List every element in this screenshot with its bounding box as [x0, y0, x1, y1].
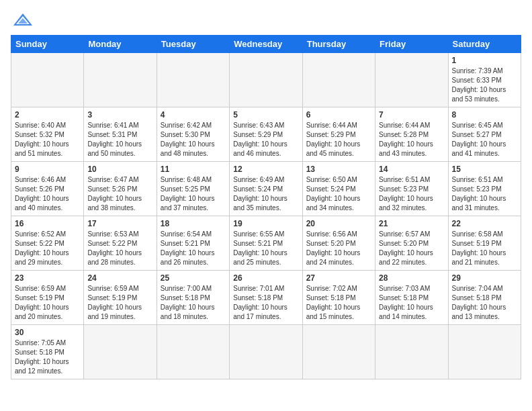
- calendar-cell: 10Sunrise: 6:47 AM Sunset: 5:26 PM Dayli…: [84, 162, 157, 216]
- weekday-header-monday: Monday: [84, 36, 157, 53]
- weekday-header-saturday: Saturday: [448, 36, 521, 53]
- calendar-cell: 20Sunrise: 6:56 AM Sunset: 5:20 PM Dayli…: [302, 216, 375, 271]
- weekday-header-tuesday: Tuesday: [157, 36, 229, 53]
- calendar-cell: 14Sunrise: 6:51 AM Sunset: 5:23 PM Dayli…: [375, 162, 448, 216]
- calendar-cell: 16Sunrise: 6:52 AM Sunset: 5:22 PM Dayli…: [11, 216, 84, 271]
- calendar-cell: 26Sunrise: 7:01 AM Sunset: 5:18 PM Dayli…: [230, 271, 302, 325]
- calendar-cell: [157, 325, 229, 379]
- weekday-header-sunday: Sunday: [11, 36, 84, 53]
- calendar-cell: 17Sunrise: 6:53 AM Sunset: 5:22 PM Dayli…: [84, 216, 157, 271]
- calendar-cell: 21Sunrise: 6:57 AM Sunset: 5:20 PM Dayli…: [375, 216, 448, 271]
- day-number: 12: [233, 165, 298, 174]
- calendar-cell: 5Sunrise: 6:43 AM Sunset: 5:29 PM Daylig…: [230, 107, 302, 162]
- day-number: 28: [379, 273, 444, 283]
- day-info: Sunrise: 6:43 AM Sunset: 5:29 PM Dayligh…: [233, 121, 298, 158]
- weekday-header-wednesday: Wednesday: [230, 36, 302, 53]
- calendar-cell: 29Sunrise: 7:04 AM Sunset: 5:18 PM Dayli…: [448, 271, 521, 325]
- day-number: 27: [306, 273, 371, 283]
- calendar-cell: 6Sunrise: 6:44 AM Sunset: 5:29 PM Daylig…: [302, 107, 375, 162]
- calendar-cell: 28Sunrise: 7:03 AM Sunset: 5:18 PM Dayli…: [375, 271, 448, 325]
- day-info: Sunrise: 6:54 AM Sunset: 5:21 PM Dayligh…: [161, 230, 226, 267]
- day-number: 1: [452, 56, 517, 65]
- day-number: 4: [161, 110, 226, 120]
- logo-icon: [11, 11, 35, 30]
- day-number: 8: [452, 110, 517, 120]
- weekday-header-thursday: Thursday: [302, 36, 375, 53]
- day-info: Sunrise: 6:50 AM Sunset: 5:24 PM Dayligh…: [306, 175, 371, 213]
- day-number: 17: [87, 219, 152, 228]
- day-info: Sunrise: 6:41 AM Sunset: 5:31 PM Dayligh…: [87, 121, 152, 158]
- calendar-cell: 18Sunrise: 6:54 AM Sunset: 5:21 PM Dayli…: [157, 216, 229, 271]
- day-number: 21: [379, 219, 444, 228]
- calendar-cell: 15Sunrise: 6:51 AM Sunset: 5:23 PM Dayli…: [448, 162, 521, 216]
- calendar-cell: 23Sunrise: 6:59 AM Sunset: 5:19 PM Dayli…: [11, 271, 84, 325]
- calendar-cell: [302, 325, 375, 379]
- calendar-cell: 1Sunrise: 7:39 AM Sunset: 6:33 PM Daylig…: [448, 53, 521, 107]
- day-number: 23: [15, 273, 80, 283]
- day-info: Sunrise: 6:42 AM Sunset: 5:30 PM Dayligh…: [161, 121, 226, 158]
- calendar-cell: 24Sunrise: 6:59 AM Sunset: 5:19 PM Dayli…: [84, 271, 157, 325]
- day-number: 19: [233, 219, 298, 228]
- calendar-cell: 25Sunrise: 7:00 AM Sunset: 5:18 PM Dayli…: [157, 271, 229, 325]
- calendar-cell: [448, 325, 521, 379]
- day-number: 9: [15, 165, 80, 174]
- calendar-cell: 4Sunrise: 6:42 AM Sunset: 5:30 PM Daylig…: [157, 107, 229, 162]
- calendar-cell: 3Sunrise: 6:41 AM Sunset: 5:31 PM Daylig…: [84, 107, 157, 162]
- calendar-cell: [84, 325, 157, 379]
- weekday-header-friday: Friday: [375, 36, 448, 53]
- week-row-1: 1Sunrise: 7:39 AM Sunset: 6:33 PM Daylig…: [11, 53, 521, 107]
- day-number: 24: [87, 273, 152, 283]
- calendar-cell: 30Sunrise: 7:05 AM Sunset: 5:18 PM Dayli…: [11, 325, 84, 379]
- calendar-cell: [375, 325, 448, 379]
- day-info: Sunrise: 7:39 AM Sunset: 6:33 PM Dayligh…: [452, 66, 517, 104]
- calendar-cell: 11Sunrise: 6:48 AM Sunset: 5:25 PM Dayli…: [157, 162, 229, 216]
- week-row-5: 23Sunrise: 6:59 AM Sunset: 5:19 PM Dayli…: [11, 271, 521, 325]
- day-info: Sunrise: 6:48 AM Sunset: 5:25 PM Dayligh…: [161, 175, 226, 213]
- day-info: Sunrise: 6:45 AM Sunset: 5:27 PM Dayligh…: [452, 121, 517, 158]
- day-info: Sunrise: 6:58 AM Sunset: 5:19 PM Dayligh…: [452, 230, 517, 267]
- calendar-cell: 7Sunrise: 6:44 AM Sunset: 5:28 PM Daylig…: [375, 107, 448, 162]
- calendar-cell: [84, 53, 157, 107]
- day-info: Sunrise: 6:44 AM Sunset: 5:29 PM Dayligh…: [306, 121, 371, 158]
- day-info: Sunrise: 7:04 AM Sunset: 5:18 PM Dayligh…: [452, 284, 517, 322]
- calendar-cell: 8Sunrise: 6:45 AM Sunset: 5:27 PM Daylig…: [448, 107, 521, 162]
- day-number: 10: [87, 165, 152, 174]
- day-number: 6: [306, 110, 371, 120]
- day-info: Sunrise: 7:05 AM Sunset: 5:18 PM Dayligh…: [15, 338, 80, 376]
- day-number: 16: [15, 219, 80, 228]
- day-info: Sunrise: 7:00 AM Sunset: 5:18 PM Dayligh…: [161, 284, 226, 322]
- day-info: Sunrise: 6:59 AM Sunset: 5:19 PM Dayligh…: [15, 284, 80, 322]
- logo: [11, 11, 38, 30]
- day-info: Sunrise: 6:59 AM Sunset: 5:19 PM Dayligh…: [87, 284, 152, 322]
- week-row-6: 30Sunrise: 7:05 AM Sunset: 5:18 PM Dayli…: [11, 325, 521, 379]
- day-info: Sunrise: 6:40 AM Sunset: 5:32 PM Dayligh…: [15, 121, 80, 158]
- day-number: 7: [379, 110, 444, 120]
- calendar-cell: [230, 53, 302, 107]
- weekday-header-row: SundayMondayTuesdayWednesdayThursdayFrid…: [11, 36, 521, 53]
- day-number: 30: [15, 328, 80, 337]
- calendar-cell: 27Sunrise: 7:02 AM Sunset: 5:18 PM Dayli…: [302, 271, 375, 325]
- calendar-cell: 13Sunrise: 6:50 AM Sunset: 5:24 PM Dayli…: [302, 162, 375, 216]
- day-info: Sunrise: 6:56 AM Sunset: 5:20 PM Dayligh…: [306, 230, 371, 267]
- day-info: Sunrise: 6:53 AM Sunset: 5:22 PM Dayligh…: [87, 230, 152, 267]
- week-row-4: 16Sunrise: 6:52 AM Sunset: 5:22 PM Dayli…: [11, 216, 521, 271]
- day-info: Sunrise: 7:01 AM Sunset: 5:18 PM Dayligh…: [233, 284, 298, 322]
- day-info: Sunrise: 6:55 AM Sunset: 5:21 PM Dayligh…: [233, 230, 298, 267]
- day-info: Sunrise: 6:52 AM Sunset: 5:22 PM Dayligh…: [15, 230, 80, 267]
- calendar-cell: 9Sunrise: 6:46 AM Sunset: 5:26 PM Daylig…: [11, 162, 84, 216]
- calendar-cell: [230, 325, 302, 379]
- week-row-2: 2Sunrise: 6:40 AM Sunset: 5:32 PM Daylig…: [11, 107, 521, 162]
- week-row-3: 9Sunrise: 6:46 AM Sunset: 5:26 PM Daylig…: [11, 162, 521, 216]
- calendar-cell: [157, 53, 229, 107]
- day-info: Sunrise: 6:49 AM Sunset: 5:24 PM Dayligh…: [233, 175, 298, 213]
- day-number: 13: [306, 165, 371, 174]
- header: [11, 11, 521, 30]
- calendar-cell: [302, 53, 375, 107]
- calendar-table: SundayMondayTuesdayWednesdayThursdayFrid…: [11, 35, 521, 379]
- calendar-cell: 22Sunrise: 6:58 AM Sunset: 5:19 PM Dayli…: [448, 216, 521, 271]
- day-info: Sunrise: 6:57 AM Sunset: 5:20 PM Dayligh…: [379, 230, 444, 267]
- day-number: 15: [452, 165, 517, 174]
- day-number: 26: [233, 273, 298, 283]
- day-number: 5: [233, 110, 298, 120]
- calendar-cell: [11, 53, 84, 107]
